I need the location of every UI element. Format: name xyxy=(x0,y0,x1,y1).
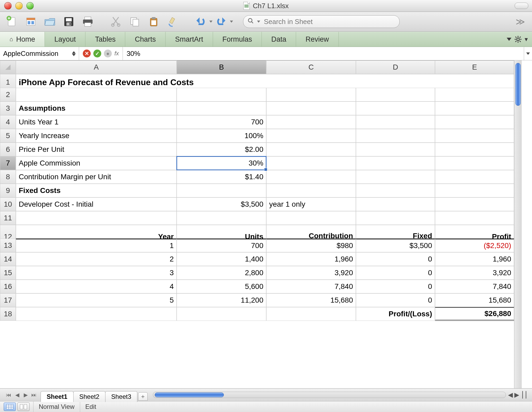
cell-b16[interactable]: 5,600 xyxy=(177,280,266,293)
redo-dropdown-icon[interactable] xyxy=(230,21,233,23)
undo-button[interactable] xyxy=(193,15,208,28)
row-header-7[interactable]: 7 xyxy=(0,156,16,170)
cell-b9[interactable] xyxy=(177,184,266,197)
add-sheet-button[interactable]: ＋ xyxy=(138,392,148,401)
cell-c18[interactable] xyxy=(266,307,356,321)
select-all-corner[interactable] xyxy=(0,60,16,74)
cell-d10[interactable] xyxy=(356,197,435,211)
cell-c13[interactable]: $980 xyxy=(266,239,356,252)
zoom-window-button[interactable] xyxy=(26,2,34,9)
cell-e6[interactable] xyxy=(435,143,514,156)
print-button[interactable] xyxy=(80,15,95,28)
copy-button[interactable] xyxy=(127,15,142,28)
cell-e8[interactable] xyxy=(435,170,514,184)
column-header-e[interactable]: E xyxy=(435,60,514,74)
sheet-nav-first-icon[interactable]: ⏮ xyxy=(5,391,13,399)
cell-a17[interactable]: 5 xyxy=(16,293,177,307)
cell-a3[interactable]: Assumptions xyxy=(16,101,177,115)
cell-d18[interactable]: Profit/(Loss) xyxy=(356,307,435,321)
cell-e10[interactable] xyxy=(435,197,514,211)
row-header-18[interactable]: 18 xyxy=(0,307,16,321)
insert-function-button[interactable]: ● xyxy=(104,50,112,57)
column-header-d[interactable]: D xyxy=(356,60,435,74)
horizontal-scrollbar[interactable] xyxy=(153,392,506,398)
cell-grid[interactable]: A B C D E 1 iPhone App Forecast of Reven… xyxy=(0,60,514,388)
cell-e4[interactable] xyxy=(435,115,514,129)
open-button[interactable] xyxy=(23,15,38,28)
cell-a11[interactable] xyxy=(16,211,177,225)
cell-a5[interactable]: Yearly Increase xyxy=(16,129,177,143)
ribbon-tab-home[interactable]: ⌂ Home xyxy=(0,32,45,47)
row-header-3[interactable]: 3 xyxy=(0,101,16,115)
cell-e13[interactable]: ($2,520) xyxy=(435,239,514,252)
save-button[interactable] xyxy=(61,15,76,28)
search-scope-dropdown-icon[interactable] xyxy=(257,21,260,23)
cell-d5[interactable] xyxy=(356,129,435,143)
cell-e2[interactable] xyxy=(435,88,514,101)
cell-a8[interactable]: Contribution Margin per Unit xyxy=(16,170,177,184)
sheet-nav-next-icon[interactable]: ▶ xyxy=(22,391,30,399)
cell-b13[interactable]: 700 xyxy=(177,239,266,252)
column-header-b[interactable]: B xyxy=(177,60,266,74)
sheet-tab-1[interactable]: Sheet1 xyxy=(41,391,74,402)
cell-d13[interactable]: $3,500 xyxy=(356,239,435,252)
page-layout-view-button[interactable] xyxy=(17,403,30,411)
cell-c5[interactable] xyxy=(266,129,356,143)
cell-c2[interactable] xyxy=(266,88,356,101)
ribbon-tab-charts[interactable]: Charts xyxy=(125,32,166,47)
column-header-c[interactable]: C xyxy=(266,60,356,74)
cell-b6[interactable]: $2.00 xyxy=(177,143,266,156)
cell-b14[interactable]: 1,400 xyxy=(177,252,266,266)
cell-d17[interactable]: 0 xyxy=(356,293,435,307)
minimize-window-button[interactable] xyxy=(15,2,23,9)
cell-c10[interactable]: year 1 only xyxy=(266,197,356,211)
cell-e7[interactable] xyxy=(435,156,514,170)
cell-d15[interactable]: 0 xyxy=(356,266,435,280)
cell-b18[interactable] xyxy=(177,307,266,321)
cell-b11[interactable] xyxy=(177,211,266,225)
formula-bar-expand-icon[interactable] xyxy=(524,47,532,60)
ribbon-tab-formulas[interactable]: Formulas xyxy=(213,32,262,47)
cell-d16[interactable]: 0 xyxy=(356,280,435,293)
cell-d8[interactable] xyxy=(356,170,435,184)
cell-a18[interactable] xyxy=(16,307,177,321)
confirm-edit-button[interactable]: ✓ xyxy=(93,50,101,57)
cell-a13[interactable]: 1 xyxy=(16,239,177,252)
cell-c3[interactable] xyxy=(266,101,356,115)
sheet-nav-prev-icon[interactable]: ◀ xyxy=(13,391,21,399)
row-header-15[interactable]: 15 xyxy=(0,266,16,280)
name-box[interactable]: AppleCommission xyxy=(0,47,79,60)
sheet-search[interactable] xyxy=(243,15,400,28)
cell-e9[interactable] xyxy=(435,184,514,197)
toolbar-toggle-button[interactable] xyxy=(515,3,528,9)
row-header-5[interactable]: 5 xyxy=(0,129,16,143)
cell-a7[interactable]: Apple Commission xyxy=(16,156,177,170)
cell-e17[interactable]: 15,680 xyxy=(435,293,514,307)
cell-b8[interactable]: $1.40 xyxy=(177,170,266,184)
cell-d11[interactable] xyxy=(356,211,435,225)
cell-c16[interactable]: 7,840 xyxy=(266,280,356,293)
cell-d3[interactable] xyxy=(356,101,435,115)
vertical-scrollbar[interactable] xyxy=(514,60,522,388)
normal-view-button[interactable] xyxy=(4,403,16,411)
name-box-stepper[interactable] xyxy=(72,51,76,56)
ribbon-collapse-icon[interactable] xyxy=(507,38,511,41)
cell-e3[interactable] xyxy=(435,101,514,115)
cell-d2[interactable] xyxy=(356,88,435,101)
cancel-edit-button[interactable]: ✕ xyxy=(83,50,91,57)
cell-c8[interactable] xyxy=(266,170,356,184)
cell-d6[interactable] xyxy=(356,143,435,156)
close-window-button[interactable] xyxy=(4,2,12,9)
formula-input[interactable]: 30% xyxy=(123,47,524,60)
ribbon-tab-tables[interactable]: Tables xyxy=(85,32,125,47)
undo-dropdown-icon[interactable] xyxy=(209,21,212,23)
row-header-2[interactable]: 2 xyxy=(0,88,16,101)
cut-button[interactable] xyxy=(108,15,123,28)
ribbon-tab-smartart[interactable]: SmartArt xyxy=(166,32,213,47)
sheet-tab-2[interactable]: Sheet2 xyxy=(73,391,105,402)
cell-c11[interactable] xyxy=(266,211,356,225)
row-header-10[interactable]: 10 xyxy=(0,197,16,211)
hscroll-arrows[interactable]: ◀ ▶ ⎮⎮ xyxy=(508,391,528,399)
new-workbook-button[interactable] xyxy=(4,15,20,28)
row-header-4[interactable]: 4 xyxy=(0,115,16,129)
